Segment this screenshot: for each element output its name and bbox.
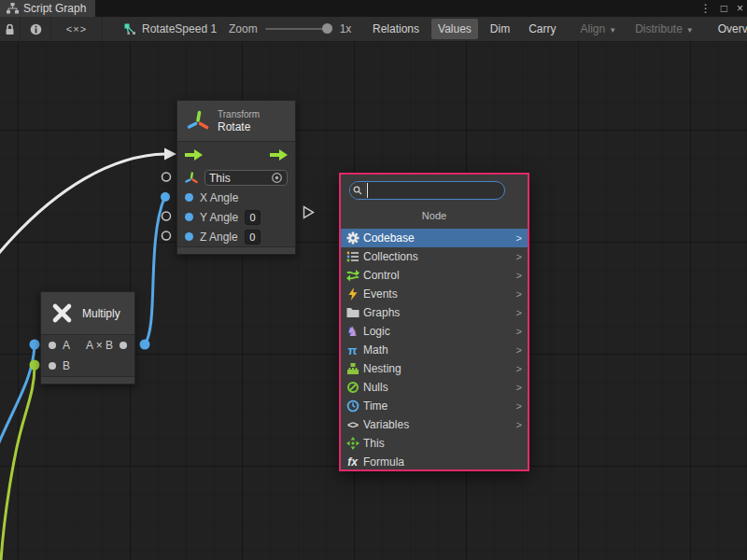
list-item-logic[interactable]: ♞ Logic >	[341, 322, 528, 341]
list-item-nesting[interactable]: Nesting >	[341, 359, 528, 378]
flow-wire[interactable]	[0, 154, 165, 259]
formula-icon: fx	[345, 455, 360, 469]
port-multiply-output[interactable]	[140, 340, 150, 350]
port-label: Y Angle	[200, 211, 238, 224]
fuzzy-finder-popup: Node Codebase >	[339, 173, 529, 471]
control-icon	[345, 269, 360, 283]
value-wire-into-b[interactable]	[1, 366, 35, 560]
code-view-button[interactable]: <×>	[51, 17, 103, 41]
list-item-formula[interactable]: fx Formula	[341, 453, 528, 471]
graph-canvas[interactable]: Transform Rotate	[0, 42, 747, 560]
flow-output-port[interactable]	[303, 205, 315, 222]
node-footer	[177, 246, 295, 254]
port-row-x-angle: X Angle	[177, 188, 295, 207]
port-zangle[interactable]	[162, 231, 171, 240]
window-controls: ⋮ □ ×	[700, 0, 743, 17]
list-item-variables[interactable]: <> Variables >	[341, 415, 528, 434]
port-multiply-a[interactable]	[30, 340, 40, 350]
tab-label: Script Graph	[23, 2, 86, 15]
popup-header: Node	[341, 208, 528, 223]
list-item-math[interactable]: π Math >	[341, 341, 528, 359]
y-angle-value-field[interactable]: 0	[245, 210, 261, 225]
info-button[interactable]	[21, 17, 51, 41]
unity-script-graph-window: Script Graph ⋮ □ ×	[0, 0, 747, 560]
graph-breadcrumb[interactable]: RotateSpeed 1	[124, 17, 217, 41]
list-item-time[interactable]: Time >	[341, 397, 528, 415]
chevron-right-icon: >	[516, 270, 522, 281]
value-wire-multiply-to-xangle[interactable]	[145, 198, 164, 344]
graph-toolbar: <×> RotateSpeed 1 Zoom 1x Relations Valu…	[0, 17, 747, 42]
port-xangle[interactable]	[161, 192, 170, 202]
zoom-slider[interactable]	[265, 28, 332, 30]
node-category: Transform	[218, 109, 260, 120]
move-arrows-icon	[345, 437, 360, 451]
pi-icon: π	[345, 343, 360, 357]
carry-button[interactable]: Carry	[522, 19, 562, 39]
dropdown-arrow-icon: ▼	[686, 26, 694, 35]
chevron-right-icon: >	[516, 419, 522, 430]
dropdown-arrow-icon: ▼	[609, 26, 616, 35]
value-dot-icon[interactable]	[49, 362, 56, 370]
value-dot-icon[interactable]	[185, 232, 193, 241]
info-icon	[30, 23, 42, 35]
tab-script-graph[interactable]: Script Graph	[0, 0, 95, 17]
node-transform-rotate[interactable]: Transform Rotate	[176, 100, 296, 255]
port-row-a: A A × B	[41, 335, 134, 356]
maximize-icon[interactable]: □	[721, 0, 727, 17]
port-label: Z Angle	[200, 231, 238, 244]
align-dropdown[interactable]: Align▼	[574, 19, 624, 39]
value-dot-icon[interactable]	[185, 193, 193, 202]
menu-icon[interactable]: ⋮	[700, 0, 712, 17]
values-button[interactable]: Values	[431, 19, 478, 39]
port-label: A	[63, 339, 70, 352]
node-multiply[interactable]: Multiply A A × B B	[40, 291, 135, 385]
chevron-right-icon: >	[516, 326, 522, 337]
code-view-icon: <×>	[66, 23, 87, 35]
port-row-b: B	[41, 356, 134, 376]
zoom-slider-handle[interactable]	[322, 23, 332, 34]
list-item-codebase[interactable]: Codebase >	[341, 229, 528, 247]
flow-wire-arrowhead	[164, 148, 176, 161]
list-item-nulls[interactable]: Nulls >	[341, 378, 528, 397]
object-picker-icon[interactable]	[271, 172, 283, 184]
toolbar-buttons: Relations Values Dim Carry Align▼ Distri…	[360, 17, 747, 41]
z-angle-value-field[interactable]: 0	[245, 230, 261, 245]
chevron-right-icon: >	[516, 382, 522, 393]
zoom-level: 1x	[340, 22, 352, 35]
port-yangle[interactable]	[162, 212, 171, 220]
list-item-graphs[interactable]: Graphs >	[341, 303, 528, 322]
overview-button[interactable]: Overview	[712, 19, 747, 39]
search-field[interactable]	[349, 181, 505, 200]
close-icon[interactable]: ×	[737, 0, 743, 17]
flow-output-arrow-icon[interactable]	[270, 149, 288, 161]
list-item-this[interactable]: This	[341, 434, 528, 453]
lock-button[interactable]	[0, 17, 21, 41]
category-list: Codebase > Collections >	[341, 229, 528, 471]
list-item-control[interactable]: Control >	[341, 266, 528, 285]
dim-button[interactable]: Dim	[484, 19, 516, 39]
node-header: Transform Rotate	[177, 101, 295, 142]
value-dot-icon[interactable]	[49, 342, 56, 349]
node-title: Multiply	[82, 307, 120, 320]
chevron-right-icon: >	[516, 400, 522, 412]
chevron-right-icon: >	[516, 344, 522, 356]
distribute-dropdown[interactable]: Distribute▼	[628, 19, 700, 39]
output-label: A × B	[86, 339, 113, 352]
this-field-value: This	[209, 172, 267, 185]
this-object-field[interactable]: This	[204, 170, 288, 186]
relations-button[interactable]: Relations	[366, 19, 426, 39]
this-row: This	[177, 168, 295, 188]
transform-icon	[187, 110, 209, 133]
list-item-collections[interactable]: Collections >	[341, 247, 528, 266]
list-icon	[345, 250, 360, 264]
clock-icon	[345, 399, 360, 413]
flow-input-arrow-icon[interactable]	[185, 149, 203, 161]
value-dot-icon[interactable]	[120, 342, 127, 349]
list-item-events[interactable]: Events >	[341, 285, 528, 303]
angle-brackets-icon: <>	[345, 418, 360, 432]
value-dot-icon[interactable]	[185, 213, 193, 221]
search-input[interactable]	[367, 183, 505, 198]
port-row-z-angle: Z Angle 0	[177, 227, 295, 246]
port-multiply-b[interactable]	[30, 360, 40, 371]
port-this[interactable]	[162, 173, 171, 181]
